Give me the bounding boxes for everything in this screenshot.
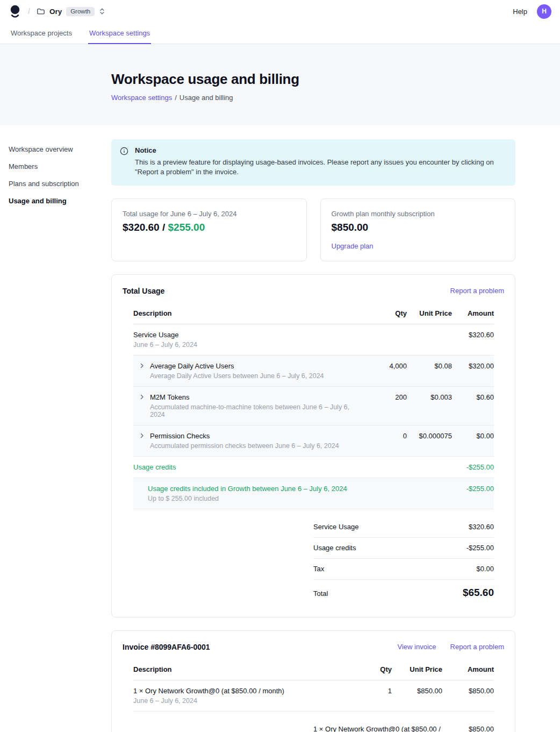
row-amount: $320.60	[452, 324, 494, 355]
row-amount: $850.00	[442, 680, 494, 711]
row-unit-price	[407, 456, 452, 478]
row-qty: 4,000	[361, 355, 407, 386]
row-name: Usage credits included in Growth between…	[148, 485, 361, 493]
row-qty	[361, 478, 407, 509]
sidebar-item-usage-and-billing[interactable]: Usage and billing	[9, 194, 111, 208]
folder-icon	[37, 7, 45, 16]
breadcrumb: Workspace settings / Usage and billing	[111, 94, 551, 102]
workspace-switcher[interactable]: Ory Growth	[37, 7, 105, 16]
col-description: Description	[133, 661, 340, 680]
chevron-right-icon[interactable]	[139, 363, 145, 380]
usage-amount: $320.60	[123, 222, 160, 233]
row-subtext: June 6 – July 6, 2024	[133, 697, 340, 705]
total-usage-table: Description Qty Unit Price Amount Servic…	[133, 305, 494, 509]
row-amount: $0.00	[452, 425, 494, 456]
summary-row-total: Total $65.60	[313, 580, 494, 605]
ory-logo-icon[interactable]	[9, 4, 21, 18]
invoice-summary: 1 × Ory Network Growth@0 (at $850.00 / m…	[313, 719, 494, 732]
subscription-card: Growth plan monthly subscription $850.00…	[320, 198, 516, 261]
report-problem-link[interactable]: Report a problem	[450, 287, 504, 295]
topbar-left: / Ory Growth	[9, 4, 105, 18]
selector-chevrons-icon	[99, 8, 105, 15]
chevron-right-icon[interactable]	[139, 394, 145, 418]
table-header-row: Description Qty Unit Price Amount	[133, 661, 494, 680]
chevron-right-icon[interactable]	[139, 432, 145, 450]
notice-banner: Notice This is a preview feature for dis…	[111, 139, 515, 186]
row-amount: $0.60	[452, 386, 494, 425]
col-qty: Qty	[340, 661, 392, 680]
content: Workspace overview Members Plans and sub…	[0, 125, 560, 732]
table-row-permission-checks: Permission Checks Accumulated permission…	[133, 425, 494, 456]
total-usage-card-amount: $320.60 / $255.00	[123, 222, 296, 233]
avatar[interactable]: H	[537, 4, 551, 19]
row-unit-price: $0.000075	[407, 425, 452, 456]
summary-row-service-usage: Service Usage $320.60	[313, 517, 494, 538]
view-invoice-link[interactable]: View invoice	[398, 643, 436, 651]
row-name: Average Daily Active Users	[150, 362, 324, 370]
main-column: Notice This is a preview feature for dis…	[111, 139, 515, 732]
workspace-name: Ory	[49, 8, 62, 16]
col-amount: Amount	[452, 305, 494, 324]
summary-value: $850.00	[469, 725, 494, 732]
upgrade-plan-link[interactable]: Upgrade plan	[332, 242, 374, 250]
usage-amount-separator: /	[160, 222, 168, 233]
invoice-panel-header: Invoice #8099AFA6-0001 View invoice Repo…	[112, 642, 515, 661]
row-subtext: Accumulated machine-to-machine tokens be…	[150, 403, 361, 418]
row-subtext: Average Daily Active Users between June …	[150, 372, 324, 380]
table-row-m2m-tokens: M2M Tokens Accumulated machine-to-machin…	[133, 386, 494, 425]
summary-value: $0.00	[476, 565, 494, 573]
notice-title: Notice	[135, 146, 505, 154]
tab-workspace-settings[interactable]: Workspace settings	[88, 23, 151, 44]
report-problem-link[interactable]: Report a problem	[450, 643, 504, 651]
summary-total-value: $65.60	[463, 587, 494, 599]
summary-label: Service Usage	[313, 523, 359, 531]
table-header-row: Description Qty Unit Price Amount	[133, 305, 494, 324]
settings-sidebar: Workspace overview Members Plans and sub…	[9, 139, 111, 732]
row-qty	[361, 324, 407, 355]
workspace-tabs: Workspace projects Workspace settings	[0, 23, 560, 44]
total-usage-card-label: Total usage for June 6 – July 6, 2024	[123, 210, 296, 218]
summary-value: $320.60	[469, 523, 494, 531]
summary-value: -$255.00	[466, 544, 494, 552]
summary-cards: Total usage for June 6 – July 6, 2024 $3…	[111, 198, 515, 261]
table-row-service-usage: Service Usage June 6 – July 6, 2024 $320…	[133, 324, 494, 355]
notice-body: This is a preview feature for displaying…	[135, 158, 505, 177]
col-description: Description	[133, 305, 361, 324]
table-row-invoice-line: 1 × Ory Network Growth@0 (at $850.00 / m…	[133, 680, 494, 711]
row-unit-price: $0.003	[407, 386, 452, 425]
row-qty: 200	[361, 386, 407, 425]
breadcrumb-link-workspace-settings[interactable]: Workspace settings	[111, 94, 172, 102]
invoice-table-wrap: Description Qty Unit Price Amount 1 × Or…	[112, 661, 515, 712]
subscription-card-amount: $850.00	[332, 222, 505, 233]
sidebar-item-workspace-overview[interactable]: Workspace overview	[9, 143, 111, 156]
row-unit-price	[407, 324, 452, 355]
sidebar-item-members[interactable]: Members	[9, 160, 111, 173]
row-subtext: Up to $ 255.00 included	[148, 495, 361, 502]
row-amount: -$255.00	[452, 456, 494, 478]
total-usage-summary: Service Usage $320.60 Usage credits -$25…	[313, 517, 494, 605]
summary-row-tax: Tax $0.00	[313, 559, 494, 580]
table-row-usage-credits: Usage credits -$255.00	[133, 456, 494, 478]
help-link[interactable]: Help	[513, 8, 527, 16]
row-unit-price: $850.00	[392, 680, 442, 711]
invoice-panel-title: Invoice #8099AFA6-0001	[123, 643, 210, 651]
col-qty: Qty	[361, 305, 407, 324]
page-header: Workspace usage and billing Workspace se…	[0, 44, 560, 125]
col-unit-price: Unit Price	[392, 661, 442, 680]
row-unit-price: $0.08	[407, 355, 452, 386]
total-usage-panel-title: Total Usage	[123, 287, 164, 295]
row-name: M2M Tokens	[150, 393, 361, 401]
info-icon	[120, 147, 128, 177]
table-row-usage-credits-included: Usage credits included in Growth between…	[133, 478, 494, 509]
row-qty	[361, 456, 407, 478]
table-row-average-daily-active-users: Average Daily Active Users Average Daily…	[133, 355, 494, 386]
usage-credit-amount: $255.00	[168, 222, 205, 233]
breadcrumb-current: Usage and billing	[180, 94, 233, 102]
summary-label: Tax	[313, 565, 324, 573]
sidebar-item-plans-and-subscription[interactable]: Plans and subscription	[9, 177, 111, 190]
topbar-right: Help H	[513, 4, 551, 19]
tab-workspace-projects[interactable]: Workspace projects	[10, 23, 73, 44]
summary-total-label: Total	[313, 589, 328, 598]
row-qty: 1	[340, 680, 392, 711]
invoice-table: Description Qty Unit Price Amount 1 × Or…	[133, 661, 494, 712]
